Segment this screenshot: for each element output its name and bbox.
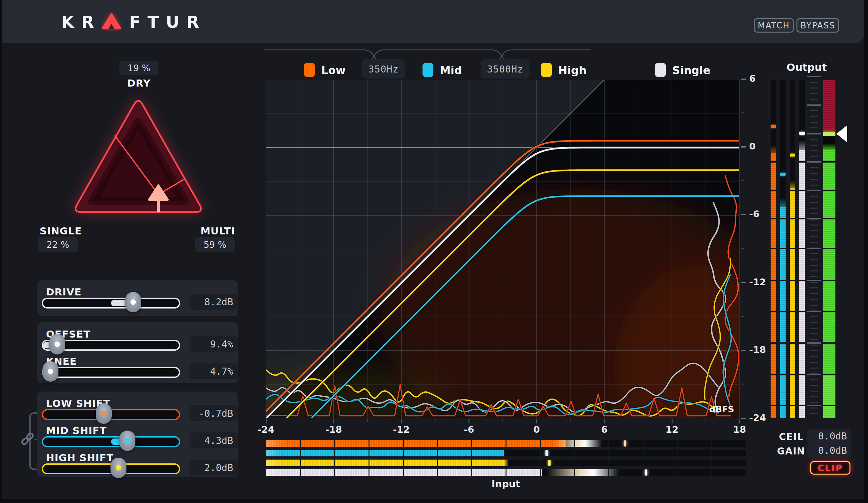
input-segment-gap bbox=[540, 450, 541, 456]
x-tick bbox=[536, 419, 537, 423]
input-segment-gap bbox=[403, 440, 404, 447]
knob-dot bbox=[101, 411, 107, 417]
meter-segment-gap bbox=[780, 280, 786, 281]
low-shift-slider-knob[interactable] bbox=[96, 403, 112, 424]
output-meter-mid bbox=[780, 80, 786, 418]
meter-segment-gap bbox=[790, 190, 795, 191]
meter-segment-gap bbox=[799, 190, 805, 191]
x-tick-label: 12 bbox=[658, 424, 686, 435]
kraftur-logo: KR FTUR bbox=[61, 11, 206, 33]
drive-panel: DRIVE 8.2dB bbox=[37, 280, 238, 316]
low-shift-value[interactable]: -0.7dB bbox=[190, 405, 238, 421]
strip-major-tick bbox=[807, 374, 821, 375]
strip-minor-tick bbox=[810, 305, 818, 306]
strip-minor-tick bbox=[810, 368, 818, 369]
meter-dark-zone bbox=[823, 136, 835, 144]
clip-button-label: CLIP bbox=[818, 463, 843, 473]
mid-shift-label: MID SHIFT bbox=[46, 425, 107, 436]
strip-minor-tick bbox=[810, 391, 818, 391]
ceiling-marker-icon[interactable] bbox=[836, 125, 847, 142]
input-segment-gap bbox=[471, 469, 472, 476]
drive-value[interactable]: 8.2dB bbox=[190, 294, 238, 310]
strip-minor-tick bbox=[810, 339, 818, 340]
link-chain-icon[interactable] bbox=[20, 431, 35, 446]
ceil-value-box[interactable]: 0.0dB bbox=[807, 429, 851, 443]
strip-minor-tick bbox=[810, 299, 818, 300]
input-segment-gap bbox=[574, 450, 575, 456]
meter-peak-tick bbox=[790, 154, 795, 156]
meter-segment-gap bbox=[799, 405, 805, 406]
input-bar-lead bbox=[266, 450, 504, 456]
single-value-badge[interactable]: 22 % bbox=[38, 237, 78, 252]
blend-triangle-control[interactable] bbox=[62, 87, 215, 229]
gain-value: 0.0dB bbox=[818, 445, 847, 456]
multi-value-badge[interactable]: 59 % bbox=[195, 237, 235, 252]
high-shift-slider[interactable] bbox=[42, 463, 180, 474]
y-tick bbox=[741, 418, 746, 419]
meter-peak-tick bbox=[771, 125, 776, 128]
input-segment-gap bbox=[403, 450, 404, 456]
meter-segment-gap bbox=[780, 405, 786, 406]
drive-slider-knob[interactable] bbox=[125, 292, 141, 312]
crossover-high-box[interactable]: 3500Hz bbox=[481, 59, 529, 79]
mid-shift-slider-knob[interactable] bbox=[120, 431, 135, 451]
strip-minor-tick bbox=[810, 259, 818, 260]
knee-value[interactable]: 4.7% bbox=[190, 363, 238, 379]
input-segment-gap bbox=[711, 460, 712, 466]
input-segment-gap bbox=[677, 460, 678, 466]
x-tick bbox=[739, 419, 740, 423]
strip-minor-tick bbox=[810, 127, 818, 129]
x-tick-label: 0 bbox=[522, 424, 551, 435]
input-segment-gap bbox=[369, 469, 370, 476]
strip-minor-tick bbox=[810, 408, 818, 409]
meter-peak-tick bbox=[799, 132, 805, 135]
input-segment-gap bbox=[334, 450, 335, 456]
meter-segment-gap bbox=[823, 374, 835, 375]
offset-knee-panel: OFFSET 9.4% KNEE 4.7% bbox=[37, 322, 238, 383]
meter-segment-gap bbox=[823, 190, 835, 191]
multi-value: 59 % bbox=[204, 239, 226, 250]
x-minor-tick bbox=[570, 419, 571, 422]
high-shift-value[interactable]: 2.0dB bbox=[190, 460, 238, 475]
bypass-button-label: BYPASS bbox=[800, 21, 835, 30]
meter-segment-gap bbox=[771, 405, 776, 406]
offset-slider-knob[interactable] bbox=[49, 334, 65, 355]
meter-segment-gap bbox=[823, 311, 835, 312]
x-tick bbox=[266, 419, 267, 423]
knee-slider-knob[interactable] bbox=[42, 361, 59, 382]
strip-minor-tick bbox=[810, 151, 818, 151]
match-button[interactable]: MATCH bbox=[754, 18, 794, 33]
drive-slider[interactable] bbox=[42, 298, 180, 308]
gain-value-box[interactable]: 0.0dB bbox=[807, 443, 851, 458]
y-tick bbox=[741, 214, 746, 215]
strip-major-tick bbox=[807, 76, 821, 77]
input-segment-gap bbox=[437, 440, 438, 447]
low-shift-slider[interactable] bbox=[42, 409, 180, 420]
strip-minor-tick bbox=[810, 202, 818, 203]
knee-slider[interactable] bbox=[42, 367, 180, 378]
input-segment-gap bbox=[540, 469, 541, 476]
clip-button[interactable]: CLIP bbox=[810, 461, 850, 474]
meter-segment-gap bbox=[780, 342, 786, 343]
knob-dot bbox=[116, 465, 121, 471]
transfer-curve-plot[interactable] bbox=[266, 80, 740, 418]
output-meter-single bbox=[799, 80, 805, 418]
plugin-window: KR FTUR MATCH BYPASS 19 % DRY SINGLE 2 bbox=[2, 0, 864, 499]
meter-segment-gap bbox=[799, 342, 805, 343]
x-tick bbox=[333, 419, 334, 423]
mid-shift-slider[interactable] bbox=[42, 436, 180, 447]
dry-value-badge[interactable]: 19 % bbox=[120, 61, 158, 75]
offset-slider[interactable] bbox=[42, 340, 180, 351]
input-bar-lead bbox=[266, 440, 566, 447]
offset-value[interactable]: 9.4% bbox=[190, 336, 238, 352]
gain-label: GAIN bbox=[777, 445, 805, 457]
crossover-low-box[interactable]: 350Hz bbox=[362, 59, 405, 79]
high-shift-slider-knob[interactable] bbox=[111, 458, 126, 478]
input-segment-gap bbox=[369, 450, 370, 456]
high-shift-label: HIGH SHIFT bbox=[46, 452, 114, 463]
bypass-button[interactable]: BYPASS bbox=[796, 18, 839, 33]
mid-shift-value[interactable]: 4.3dB bbox=[190, 432, 238, 448]
input-segment-gap bbox=[608, 450, 609, 456]
strip-minor-tick bbox=[810, 225, 818, 225]
input-segment-gap bbox=[642, 469, 643, 476]
